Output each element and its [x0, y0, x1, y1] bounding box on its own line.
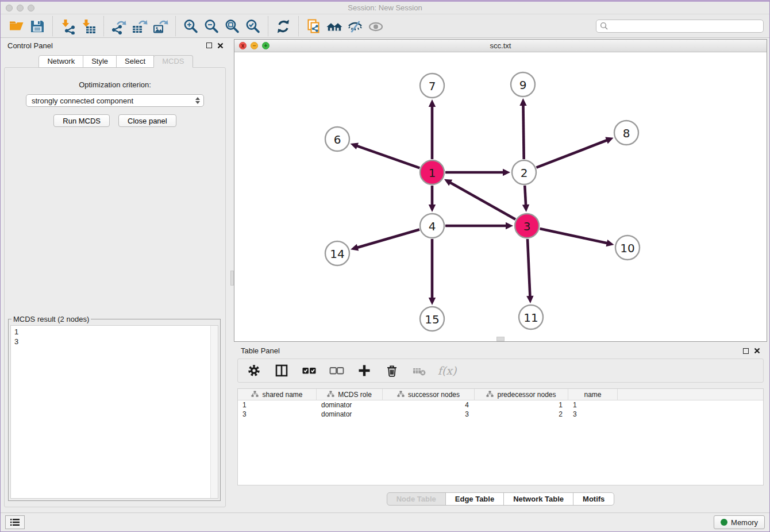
tab-node-table[interactable]: Node Table — [387, 492, 446, 506]
close-panel-icon[interactable] — [217, 43, 224, 49]
function-builder-icon[interactable]: f(x) — [439, 362, 455, 379]
graph-edge-3-11[interactable] — [526, 239, 533, 303]
graph-edge-2-9[interactable] — [519, 98, 526, 159]
graph-node-4[interactable]: 4 — [420, 214, 444, 238]
table-row[interactable]: 3dominator323 — [238, 410, 763, 419]
apply-layout-icon[interactable] — [273, 17, 294, 36]
tab-mcds[interactable]: MCDS — [153, 55, 192, 68]
graph-edge-1-6[interactable] — [351, 142, 420, 168]
run-mcds-button[interactable]: Run MCDS — [53, 114, 110, 127]
graph-node-3[interactable]: 3 — [515, 214, 539, 238]
table-cell[interactable]: 3 — [238, 410, 317, 419]
select-all-icon[interactable] — [301, 362, 317, 379]
graph-node-11[interactable]: 11 — [519, 305, 543, 329]
column-type-icon — [251, 391, 259, 399]
export-table-icon[interactable] — [129, 17, 150, 36]
column-header-name[interactable]: name — [568, 389, 618, 400]
delete-column-icon[interactable] — [384, 362, 400, 379]
save-session-icon[interactable] — [27, 17, 48, 36]
zoom-selected-icon[interactable] — [242, 17, 263, 36]
svg-text:1: 1 — [429, 166, 436, 180]
unselect-all-icon[interactable] — [329, 362, 345, 379]
graph-edge-2-8[interactable] — [536, 137, 613, 168]
graph-edge-4-3[interactable] — [445, 222, 513, 229]
graph-node-6[interactable]: 6 — [325, 127, 349, 151]
canvas-splitter-grip[interactable] — [496, 337, 505, 341]
table-cell[interactable]: dominator — [317, 410, 383, 419]
graph-edge-3-10[interactable] — [540, 229, 614, 246]
import-network-icon[interactable] — [57, 17, 78, 36]
graph-node-15[interactable]: 15 — [420, 307, 444, 331]
new-network-from-selection-icon[interactable] — [303, 17, 324, 36]
result-scrollbar[interactable] — [210, 326, 218, 498]
optimization-criterion-select[interactable]: strongly connected component — [26, 94, 204, 107]
tab-style[interactable]: Style — [83, 55, 117, 68]
first-neighbors-icon[interactable] — [324, 17, 345, 36]
column-header-shared-name[interactable]: shared name — [238, 389, 317, 400]
import-table-icon[interactable] — [78, 17, 99, 36]
graph-edge-2-3[interactable] — [522, 186, 529, 212]
graph-edge-1-4[interactable] — [429, 186, 436, 212]
float-panel-icon[interactable] — [206, 43, 212, 48]
graph-edge-3-1[interactable] — [444, 179, 515, 219]
tab-motifs[interactable]: Motifs — [573, 492, 614, 506]
delete-table-icon[interactable] — [411, 362, 428, 379]
table-cell[interactable]: 1 — [568, 400, 618, 410]
tab-select[interactable]: Select — [116, 55, 154, 68]
table-cell[interactable]: 1 — [475, 400, 568, 410]
columns-icon[interactable] — [274, 362, 290, 379]
graph-edge-1-7[interactable] — [429, 99, 436, 159]
network-close-button[interactable]: x — [239, 42, 247, 49]
graph-node-14[interactable]: 14 — [325, 241, 349, 265]
export-network-icon[interactable] — [109, 17, 129, 36]
column-header-predecessor-nodes[interactable]: predecessor nodes — [475, 389, 568, 400]
search-input[interactable] — [596, 20, 764, 33]
network-window-title: scc.txt — [234, 40, 767, 52]
table-cell[interactable]: 1 — [238, 400, 317, 410]
graph-edge-4-15[interactable] — [429, 239, 436, 305]
tab-network[interactable]: Network — [38, 55, 83, 68]
task-history-button[interactable] — [5, 515, 25, 529]
graph-node-7[interactable]: 7 — [420, 74, 444, 98]
column-header-successor-nodes[interactable]: successor nodes — [383, 389, 475, 400]
graph-edge-4-14[interactable] — [351, 229, 419, 250]
zoom-fit-icon[interactable] — [222, 17, 242, 36]
table-cell[interactable]: 4 — [383, 400, 475, 410]
tab-network-table[interactable]: Network Table — [503, 492, 573, 506]
table-cell[interactable]: dominator — [317, 400, 383, 410]
table-cell[interactable]: 3 — [383, 410, 475, 419]
network-maximize-button[interactable]: + — [262, 42, 270, 49]
memory-button[interactable]: Memory — [714, 515, 765, 529]
show-all-icon[interactable] — [365, 17, 386, 36]
float-table-panel-icon[interactable] — [743, 348, 749, 354]
table-cell[interactable]: 2 — [475, 410, 568, 419]
graph-node-1[interactable]: 1 — [420, 160, 444, 184]
settings-icon[interactable] — [246, 362, 262, 379]
mcds-panel: Optimization criterion: strongly connect… — [4, 67, 226, 507]
graph-node-8[interactable]: 8 — [614, 121, 638, 145]
svg-text:8: 8 — [623, 126, 630, 140]
network-minimize-button[interactable]: – — [251, 42, 258, 49]
column-header-MCDS-role[interactable]: MCDS role — [317, 389, 383, 400]
add-column-icon[interactable] — [356, 362, 372, 379]
zoom-in-icon[interactable] — [180, 17, 201, 36]
open-session-icon[interactable] — [6, 17, 27, 36]
svg-text:9: 9 — [519, 78, 527, 92]
graph-node-9[interactable]: 9 — [511, 72, 535, 97]
graph-node-2[interactable]: 2 — [512, 160, 536, 184]
mcds-result-box[interactable]: 1 3 — [10, 325, 218, 499]
hide-selected-icon[interactable] — [345, 17, 365, 36]
table-cell[interactable]: 3 — [568, 410, 618, 419]
graph-edge-1-2[interactable] — [445, 169, 510, 176]
table-body: 1dominator4113dominator323 — [238, 400, 763, 419]
main-titlebar: Session: New Session — [1, 2, 769, 14]
graph-node-10[interactable]: 10 — [615, 236, 640, 260]
zoom-out-icon[interactable] — [201, 17, 222, 36]
network-canvas[interactable]: 7968124314101511 — [234, 52, 767, 341]
table-row[interactable]: 1dominator411 — [238, 400, 763, 410]
close-panel-button[interactable]: Close panel — [118, 114, 176, 127]
export-image-icon[interactable] — [150, 17, 171, 36]
toolbar-separator — [298, 16, 299, 36]
close-table-panel-icon[interactable] — [754, 348, 760, 354]
tab-edge-table[interactable]: Edge Table — [445, 492, 504, 506]
